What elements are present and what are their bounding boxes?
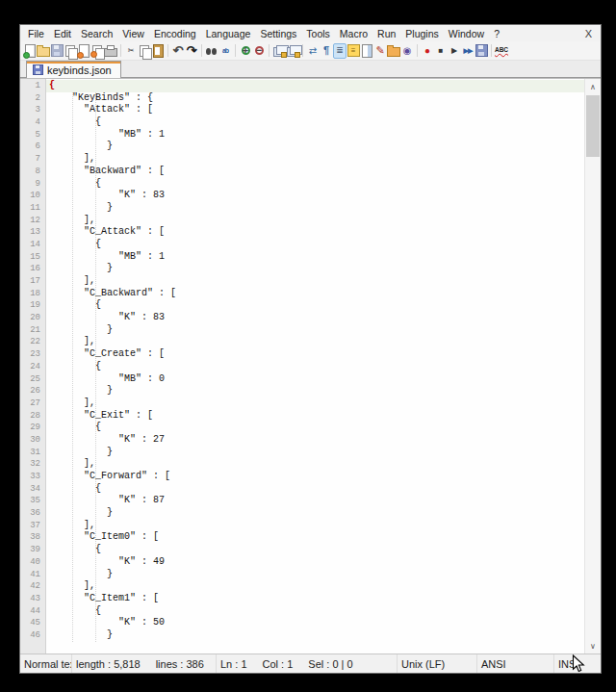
show-indent-guide-icon[interactable]: ≣ [333,43,346,59]
sync-vertical-scroll-icon[interactable] [272,43,286,59]
menu-item-macro[interactable]: Macro [335,27,372,40]
macro-play-icon[interactable]: ▶ [448,43,461,59]
line-number: 23 [20,348,46,361]
undo-icon[interactable]: ↶ [171,43,185,59]
code-line[interactable]: 17 ], [20,275,584,288]
code-line[interactable]: 3 "Attack" : [ [20,104,584,116]
menu-item-search[interactable]: Search [76,27,117,40]
scroll-down-arrow-icon[interactable]: ∨ [585,638,601,654]
paste-icon[interactable] [151,43,165,59]
code-line[interactable]: 6 } [20,141,584,153]
code-line[interactable]: 9 { [20,178,584,191]
code-line[interactable]: 7 ], [20,153,584,166]
code-line[interactable]: 35 "K" : 87 [20,495,584,507]
menu-item-language[interactable]: Language [201,27,256,40]
code-line[interactable]: 43 "C_Item1" : [ [20,593,584,605]
save-all-icon[interactable] [64,43,77,59]
code-line[interactable]: 14 { [20,239,584,251]
code-line[interactable]: 30 "K" : 27 [20,434,584,447]
vertical-scrollbar[interactable]: ∧ ∨ [584,79,601,654]
menu-item-encoding[interactable]: Encoding [149,27,201,40]
code-line[interactable]: 32 ], [20,458,584,471]
code-line[interactable]: 39 { [20,544,584,556]
code-line[interactable]: 31 } [20,447,584,459]
code-line[interactable]: 23 "C_Create" : [ [20,348,584,361]
code-line[interactable]: 18 "C_Backward" : [ [20,288,584,300]
new-file-icon[interactable] [23,43,37,59]
code-line[interactable]: 10 "K" : 83 [20,190,584,202]
code-line[interactable]: 16 } [20,263,584,275]
code-line[interactable]: 26 } [20,385,584,397]
code-line[interactable]: 21 } [20,324,584,337]
code-line[interactable]: 41 } [20,569,584,581]
code-line[interactable]: 20 "K" : 83 [20,312,584,324]
menu-item-view[interactable]: View [117,27,149,40]
line-number: 1 [20,80,46,92]
word-wrap-icon[interactable]: ⇄ [306,43,320,59]
code-line[interactable]: 1{ [20,80,584,92]
print-icon[interactable] [104,43,117,59]
scroll-up-arrow-icon[interactable]: ∧ [585,79,601,94]
scrollbar-thumb[interactable] [586,95,600,157]
code-line[interactable]: 8 "Backward" : [ [20,166,584,178]
menu-item-run[interactable]: Run [372,27,400,40]
macro-run-multiple-icon[interactable]: ▶▶ [461,43,475,59]
menu-item-edit[interactable]: Edit [49,27,76,40]
close-icon[interactable] [77,43,90,59]
editor[interactable]: 1{2 "KeyBinds" : {3 "Attack" : [4 {5 "MB… [20,78,601,654]
macro-record-icon[interactable]: ● [421,43,434,59]
tab-keybinds.json[interactable]: keybinds.json [26,61,121,78]
monitoring-icon[interactable]: ◉ [400,43,414,59]
code-line[interactable]: 15 "MB" : 1 [20,251,584,264]
code-line[interactable]: 42 ], [20,580,584,593]
code-line[interactable]: 36 } [20,507,584,520]
open-file-icon[interactable] [37,43,50,59]
cut-icon[interactable]: ✂ [124,43,138,59]
copy-icon[interactable] [138,43,151,59]
folder-as-workspace-icon[interactable] [387,43,400,59]
code-line[interactable]: 5 "MB" : 1 [20,129,584,141]
document-map-icon[interactable] [360,43,373,59]
spell-check-icon[interactable]: ABC [495,43,508,59]
code-line[interactable]: 13 "C_Attack" : [ [20,226,584,239]
replace-icon[interactable]: ab [218,43,232,59]
code-line[interactable]: 24 { [20,361,584,373]
code-line[interactable]: 29 { [20,422,584,434]
code-line[interactable]: 12 ], [20,215,584,227]
macro-stop-icon[interactable]: ■ [434,43,448,59]
code-line[interactable]: 38 "C_Item0" : [ [20,531,584,544]
sync-horizontal-scroll-icon[interactable] [286,43,299,59]
zoom-in-icon[interactable]: + [239,43,252,59]
code-line[interactable]: 28 "C_Exit" : [ [20,410,584,423]
close-all-icon[interactable] [90,43,104,59]
close-window-button[interactable]: X [581,28,601,39]
code-line[interactable]: 19 { [20,299,584,312]
show-all-characters-icon[interactable]: ¶ [320,43,333,59]
code-line[interactable]: 40 "K" : 49 [20,556,584,569]
find-icon[interactable] [205,43,218,59]
code-line[interactable]: 22 ], [20,336,584,348]
code-line[interactable]: 4 { [20,116,584,129]
code-line[interactable]: 45 "K" : 50 [20,617,584,629]
code-line[interactable]: 33 "C_Forward" : [ [20,471,584,483]
save-icon[interactable] [50,43,64,59]
code-line[interactable]: 27 ], [20,397,584,410]
menu-item-file[interactable]: File [23,27,49,40]
function-list-icon[interactable]: ≡ [346,43,360,59]
redo-icon[interactable]: ↷ [185,43,198,59]
code-line[interactable]: 37 ], [20,520,584,532]
menu-item-plugins[interactable]: Plugins [400,27,443,40]
code-line[interactable]: 11 } [20,202,584,215]
document-list-icon[interactable]: ✎ [373,43,387,59]
zoom-out-icon[interactable]: − [252,43,266,59]
code-line[interactable]: 34 { [20,483,584,496]
menu-item-settings[interactable]: Settings [255,27,301,40]
code-line[interactable]: 25 "MB" : 0 [20,373,584,386]
macro-save-icon[interactable] [475,43,488,59]
code-line[interactable]: 44 { [20,605,584,618]
code-line[interactable]: 46 } [20,629,584,642]
code-line[interactable]: 2 "KeyBinds" : { [20,92,584,105]
menu-item-help[interactable]: ? [489,27,504,40]
menu-item-window[interactable]: Window [444,27,489,40]
menu-item-tools[interactable]: Tools [301,27,335,40]
